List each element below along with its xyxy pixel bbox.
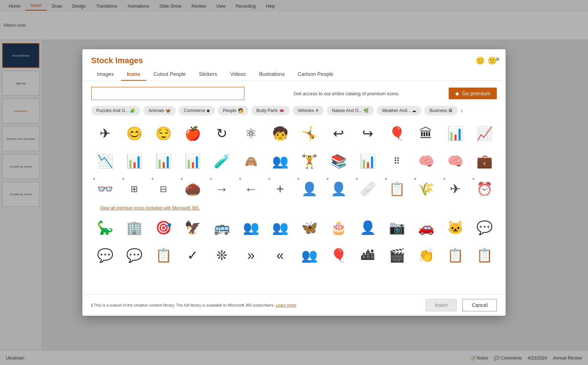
dialog-face-happy[interactable]: 🙂: [476, 56, 485, 65]
icon-brain2[interactable]: 🧠: [441, 147, 469, 175]
icon-chart6[interactable]: 📊: [179, 147, 206, 175]
cancel-button[interactable]: Cancel: [463, 299, 497, 311]
icon-clap[interactable]: 👏: [412, 242, 440, 269]
icon-braille[interactable]: ⠿: [383, 147, 411, 175]
icon-barchart1[interactable]: 📊: [441, 120, 469, 147]
icon-cityscape[interactable]: 🏙: [354, 242, 382, 269]
icon-bandage[interactable]: 🩹: [354, 175, 382, 203]
icon-grid1[interactable]: ⊞: [120, 175, 148, 203]
icon-crowd1[interactable]: 👥: [237, 214, 265, 242]
icon-apple[interactable]: 🍎: [179, 120, 206, 147]
icon-acorn[interactable]: 🌰: [179, 175, 206, 203]
icon-cake[interactable]: 🎂: [325, 214, 352, 242]
icon-butterfly[interactable]: 🦋: [295, 214, 323, 242]
category-body-parts[interactable]: Body Parts 👄: [251, 106, 290, 115]
icon-cat[interactable]: 🐱: [441, 214, 469, 242]
icon-car[interactable]: 🚗: [412, 214, 440, 242]
icon-bus[interactable]: 🚌: [208, 214, 236, 242]
icon-airplane[interactable]: ✈: [91, 120, 119, 147]
category-vehicles[interactable]: Vehicles ✈: [293, 106, 324, 115]
icon-starburst[interactable]: ❊: [208, 242, 236, 269]
category-nature[interactable]: Nature And O... 🌿: [327, 106, 374, 115]
category-puzzles[interactable]: Puzzles And G... 🧩: [91, 106, 140, 115]
tab-videos[interactable]: Videos: [224, 68, 252, 81]
icon-camera[interactable]: 📷: [383, 214, 411, 242]
icon-bird[interactable]: 🦅: [179, 214, 206, 242]
icon-recycle[interactable]: ↻: [208, 120, 236, 147]
premium-link[interactable]: View all premium icons included with Mic…: [100, 205, 200, 211]
icon-presentation[interactable]: 📋: [441, 242, 469, 269]
icon-glasses[interactable]: 👓: [91, 175, 119, 203]
category-people[interactable]: People 🧑: [218, 106, 248, 115]
tab-cartoon-people[interactable]: Cartoon People: [292, 68, 339, 81]
icon-crowd3[interactable]: 👥: [295, 242, 323, 269]
icon-billboard[interactable]: 📋: [383, 175, 411, 203]
icon-baby[interactable]: 🧒: [266, 120, 294, 147]
tab-icons[interactable]: Icons: [121, 68, 146, 81]
category-commerce[interactable]: Commerce ◆: [179, 106, 215, 115]
icon-chart4[interactable]: 📊: [120, 147, 148, 175]
insert-button[interactable]: Insert: [426, 299, 457, 311]
search-input[interactable]: [91, 87, 244, 100]
learn-more-link[interactable]: Learn more: [276, 303, 296, 307]
icon-chart7[interactable]: 📊: [354, 147, 382, 175]
icon-chart5[interactable]: 📊: [150, 147, 177, 175]
icon-books[interactable]: 📚: [325, 147, 352, 175]
icon-eye-hidden[interactable]: 🙈: [237, 147, 265, 175]
category-animals[interactable]: Animals 🦋: [143, 106, 176, 115]
cityscape-icon: 🏙: [361, 248, 374, 263]
icon-arrow-back[interactable]: ←: [237, 175, 265, 203]
icon-plane2[interactable]: ✈: [441, 175, 469, 203]
icon-arrow-left[interactable]: ↩: [325, 120, 352, 147]
tab-cutout-people[interactable]: Cutout People: [148, 68, 192, 81]
icon-clipboard[interactable]: 📋: [471, 242, 498, 269]
icon-balloons[interactable]: 🎈: [383, 120, 411, 147]
icon-clapperboard[interactable]: 🎬: [383, 242, 411, 269]
icon-chat2[interactable]: 💬: [91, 242, 119, 269]
icon-bank[interactable]: 🏛: [412, 120, 440, 147]
icon-arrow-right[interactable]: ↪: [354, 120, 382, 147]
clap-icon: 👏: [418, 248, 434, 263]
icon-crowd2[interactable]: 👥: [266, 214, 294, 242]
cake-icon: 🎂: [330, 220, 347, 235]
icon-landscape[interactable]: 🌾: [412, 175, 440, 203]
icon-contact1[interactable]: 👤: [295, 175, 323, 203]
tab-images[interactable]: Images: [91, 68, 120, 81]
category-business[interactable]: Business 🏛: [424, 106, 458, 115]
icon-atom[interactable]: ⚛: [237, 120, 265, 147]
icon-brain1[interactable]: 🧠: [412, 147, 440, 175]
icon-chart3[interactable]: 📉: [91, 147, 119, 175]
icon-clock[interactable]: ⏰: [471, 175, 498, 203]
icon-check[interactable]: ✓: [179, 242, 206, 269]
icon-dinosaur[interactable]: 🦕: [91, 214, 119, 242]
icon-chat3[interactable]: 💬: [120, 242, 148, 269]
icons-grid-container[interactable]: ✈ 😊 😌 🍎 ↻ ⚛ 🧒 🤸 ↩ ↪ 🎈 🏛 📊 📈 📉 📊 📊: [82, 120, 506, 294]
icon-flask[interactable]: 🧪: [208, 147, 236, 175]
icon-acrobat[interactable]: 🤸: [295, 120, 323, 147]
tab-stickers[interactable]: Stickers: [193, 68, 223, 81]
icon-barchart2[interactable]: 📈: [471, 120, 498, 147]
icon-weightlifter[interactable]: 🏋: [295, 147, 323, 175]
category-weather[interactable]: Weather And... ☁: [377, 106, 422, 115]
icon-contact2[interactable]: 👤: [325, 175, 352, 203]
icon-checklist[interactable]: 📋: [150, 242, 177, 269]
icon-smiley[interactable]: 😊: [120, 120, 148, 147]
icon-chat1[interactable]: 💬: [471, 214, 498, 242]
icon-arrow-forward[interactable]: →: [208, 175, 236, 203]
icon-grid2[interactable]: ⊟: [150, 175, 177, 203]
icon-plus[interactable]: +: [266, 175, 294, 203]
bandage-icon: 🩹: [360, 181, 376, 197]
icon-arrows-left[interactable]: «: [266, 242, 294, 269]
icon-building[interactable]: 🏢: [120, 214, 148, 242]
icon-meeting[interactable]: 👥: [266, 147, 294, 175]
categories-next-arrow[interactable]: ›: [461, 107, 463, 114]
icon-smile2[interactable]: 😌: [150, 120, 177, 147]
tab-illustrations[interactable]: Illustrations: [253, 68, 291, 81]
icon-arrows-right[interactable]: »: [237, 242, 265, 269]
dialog-close-button[interactable]: ×: [495, 55, 500, 64]
icon-balloon-person[interactable]: 🎈: [325, 242, 352, 269]
icon-target[interactable]: 🎯: [150, 214, 177, 242]
icon-briefcase[interactable]: 💼: [471, 147, 498, 175]
icon-person[interactable]: 👤: [354, 214, 382, 242]
go-premium-button[interactable]: ◆ Go premium: [449, 88, 497, 99]
